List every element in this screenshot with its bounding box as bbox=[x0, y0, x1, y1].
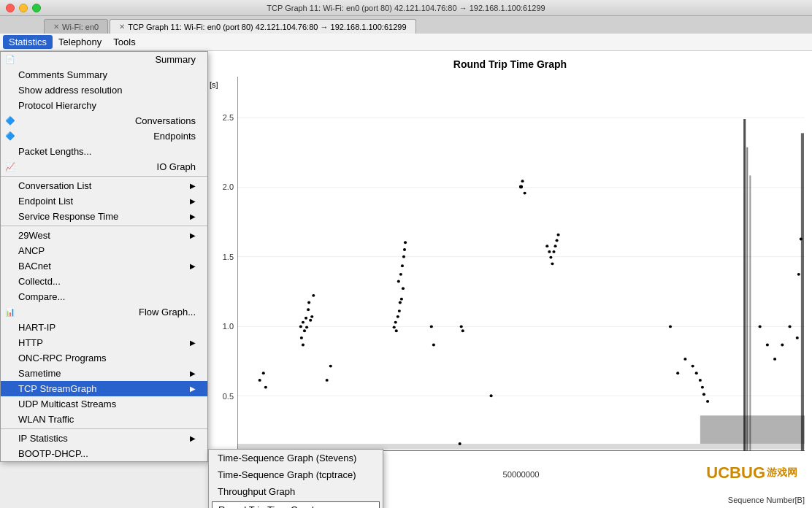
compare-label: Compare... bbox=[18, 291, 65, 302]
svg-point-66 bbox=[701, 386, 704, 389]
menu-item-ancp[interactable]: ANCP bbox=[1, 243, 207, 258]
svg-point-13 bbox=[302, 321, 304, 324]
svg-point-25 bbox=[393, 326, 396, 328]
svg-text:50000000: 50000000 bbox=[502, 471, 539, 480]
svg-point-11 bbox=[299, 325, 302, 328]
svg-point-18 bbox=[309, 319, 312, 322]
menu-item-io-graph[interactable]: 📈 IO Graph bbox=[1, 159, 207, 174]
wlan-traffic-label: WLAN Traffic bbox=[18, 414, 74, 425]
summary-icon: 📄 bbox=[5, 55, 17, 64]
svg-point-72 bbox=[781, 344, 784, 347]
svg-point-74 bbox=[796, 336, 799, 339]
menu-item-endpoints[interactable]: 🔷 Endpoints bbox=[1, 128, 207, 144]
submenu-throughput-graph[interactable]: Throughput Graph bbox=[209, 483, 383, 500]
menu-item-bootp-dhcp[interactable]: BOOTP-DHCP... bbox=[1, 446, 207, 461]
menu-item-comments-summary[interactable]: Comments Summary bbox=[1, 67, 207, 82]
submenu-round-trip-time[interactable]: Round Trip Time Graph bbox=[212, 501, 380, 508]
menu-item-flow-graph[interactable]: 📊 Flow Graph... bbox=[1, 304, 207, 320]
svg-point-48 bbox=[545, 245, 548, 247]
graph-svg: 50000000 bbox=[237, 77, 805, 486]
svg-point-19 bbox=[310, 315, 313, 318]
statistics-dropdown: 📄 Summary Comments Summary Show address … bbox=[0, 51, 208, 462]
svg-point-69 bbox=[759, 325, 762, 328]
flow-graph-label: Flow Graph... bbox=[139, 307, 196, 318]
svg-rect-58 bbox=[749, 175, 751, 450]
menu-item-compare[interactable]: Compare... bbox=[1, 289, 207, 304]
y-axis: 2.5 2.0 1.5 1.0 0.5 [s] bbox=[208, 77, 237, 486]
minimize-button[interactable] bbox=[19, 4, 28, 12]
menu-item-show-address[interactable]: Show address resolution bbox=[1, 82, 207, 98]
tab-close-icon[interactable]: ✕ bbox=[53, 23, 59, 31]
conversations-icon: 🔷 bbox=[5, 116, 17, 126]
svg-point-63 bbox=[692, 365, 694, 368]
menu-item-http[interactable]: HTTP ▶ bbox=[1, 335, 207, 350]
svg-point-70 bbox=[766, 344, 769, 347]
tab-tcpgraph[interactable]: ✕ TCP Graph 11: Wi-Fi: en0 (port 80) 42.… bbox=[110, 19, 415, 34]
svg-point-12 bbox=[303, 329, 306, 332]
menu-item-endpoint-list[interactable]: Endpoint List ▶ bbox=[1, 193, 207, 209]
submenu-time-sequence-stevens[interactable]: Time-Sequence Graph (Stevens) bbox=[209, 450, 383, 466]
menu-item-conversation-list[interactable]: Conversation List ▶ bbox=[1, 178, 207, 193]
tab-label-wifi: Wi-Fi: en0 bbox=[62, 23, 99, 31]
y-label-25: 2.5 bbox=[223, 113, 234, 122]
conversation-list-label: Conversation List bbox=[18, 180, 91, 191]
svg-point-14 bbox=[304, 317, 307, 320]
svg-point-60 bbox=[669, 325, 672, 328]
y-axis-unit: [s] bbox=[210, 80, 218, 89]
menu-item-udp-multicast[interactable]: UDP Multicast Streams bbox=[1, 396, 207, 412]
svg-point-9 bbox=[262, 372, 265, 374]
menu-item-service-response[interactable]: Service Response Time ▶ bbox=[1, 209, 207, 224]
menu-item-packet-lengths[interactable]: Packet Lengths... bbox=[1, 144, 207, 159]
tab-wifi[interactable]: ✕ Wi-Fi: en0 bbox=[44, 19, 108, 34]
tcp-streamgraph-submenu: Time-Sequence Graph (Stevens) Time-Seque… bbox=[208, 449, 383, 508]
separator-1 bbox=[1, 176, 207, 177]
svg-point-20 bbox=[302, 344, 304, 347]
zoom-button[interactable] bbox=[32, 4, 41, 12]
svg-point-10 bbox=[264, 386, 267, 389]
svg-point-41 bbox=[460, 325, 463, 328]
tab-close-active-icon[interactable]: ✕ bbox=[119, 23, 125, 31]
svg-point-32 bbox=[402, 287, 405, 290]
svg-point-35 bbox=[401, 264, 404, 267]
time-sequence-stevens-label: Time-Sequence Graph (Stevens) bbox=[218, 453, 356, 463]
endpoint-list-arrow: ▶ bbox=[190, 197, 196, 205]
svg-point-75 bbox=[797, 273, 800, 276]
svg-point-50 bbox=[549, 256, 552, 259]
svg-point-16 bbox=[307, 308, 310, 311]
onc-rpc-label: ONC-RPC Programs bbox=[18, 353, 107, 363]
close-button[interactable] bbox=[6, 4, 15, 12]
menu-item-onc-rpc[interactable]: ONC-RPC Programs bbox=[1, 350, 207, 366]
svg-point-29 bbox=[395, 329, 398, 332]
svg-point-73 bbox=[789, 325, 792, 328]
sametime-label: Sametime bbox=[18, 368, 61, 379]
y-label-05: 0.5 bbox=[223, 392, 234, 401]
svg-point-61 bbox=[676, 372, 679, 374]
menu-item-tcp-streamgraph[interactable]: TCP StreamGraph ▶ bbox=[1, 381, 207, 396]
menu-item-sametime[interactable]: Sametime ▶ bbox=[1, 366, 207, 381]
menu-telephony[interactable]: Telephony bbox=[53, 35, 107, 49]
svg-point-71 bbox=[773, 358, 776, 361]
ip-statistics-label: IP Statistics bbox=[18, 433, 68, 444]
menu-item-bacnet[interactable]: BACnet ▶ bbox=[1, 258, 207, 274]
svg-point-54 bbox=[556, 239, 559, 242]
menu-item-summary[interactable]: 📄 Summary bbox=[1, 52, 207, 67]
menu-item-ip-statistics[interactable]: IP Statistics ▶ bbox=[1, 431, 207, 446]
comments-summary-label: Comments Summary bbox=[18, 69, 107, 80]
menu-item-29west[interactable]: 29West ▶ bbox=[1, 228, 207, 243]
menu-item-wlan-traffic[interactable]: WLAN Traffic bbox=[1, 412, 207, 427]
menu-item-protocol-hierarchy[interactable]: Protocol Hierarchy bbox=[1, 98, 207, 113]
x-axis-title: Sequence Number[B] bbox=[728, 496, 805, 504]
svg-point-37 bbox=[403, 248, 406, 251]
menu-statistics[interactable]: Statistics bbox=[3, 35, 53, 49]
submenu-time-sequence-tcptrace[interactable]: Time-Sequence Graph (tcptrace) bbox=[209, 466, 383, 483]
menu-item-collectd[interactable]: Collectd... bbox=[1, 274, 207, 289]
menu-tools[interactable]: Tools bbox=[107, 35, 141, 49]
ip-statistics-arrow: ▶ bbox=[190, 434, 196, 442]
menu-item-hart-ip[interactable]: HART-IP bbox=[1, 320, 207, 335]
flow-graph-icon: 📊 bbox=[5, 307, 17, 317]
svg-point-8 bbox=[258, 379, 261, 382]
summary-label: Summary bbox=[155, 54, 196, 65]
menu-item-conversations[interactable]: 🔷 Conversations bbox=[1, 113, 207, 128]
endpoint-list-label: Endpoint List bbox=[18, 196, 73, 207]
protocol-hierarchy-label: Protocol Hierarchy bbox=[18, 100, 96, 111]
